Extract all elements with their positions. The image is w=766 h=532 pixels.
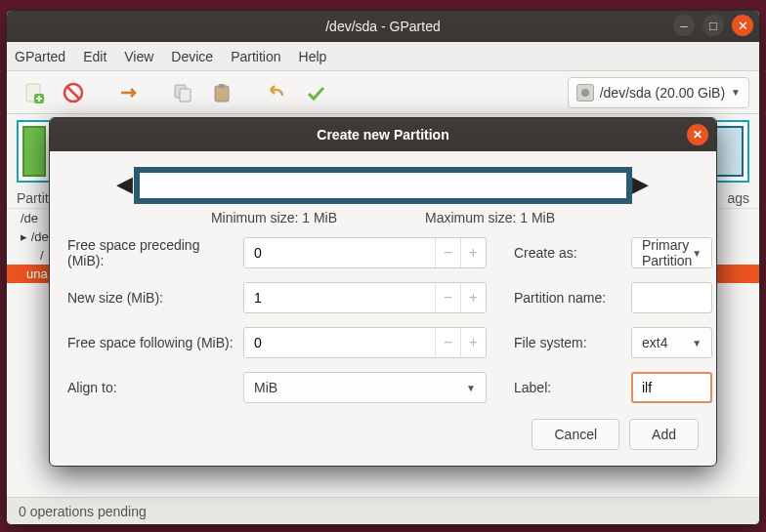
dialog-title: Create new Partition <box>317 127 448 143</box>
titlebar: /dev/sda - GParted – □ ✕ <box>7 11 759 42</box>
document-new-icon <box>23 82 45 103</box>
add-button[interactable]: Add <box>629 419 699 450</box>
label-label: Label: <box>514 380 621 395</box>
new-size-input[interactable]: − + <box>243 282 487 313</box>
undo-icon <box>266 82 287 103</box>
maximize-button[interactable]: □ <box>702 15 724 36</box>
copy-button[interactable] <box>165 75 200 110</box>
minus-icon[interactable]: − <box>435 328 460 357</box>
minimize-button[interactable]: – <box>673 15 695 36</box>
minus-icon[interactable]: − <box>435 283 460 312</box>
chevron-down-icon: ▼ <box>731 87 741 98</box>
menu-help[interactable]: Help <box>299 49 327 64</box>
new-size-label: New size (MiB): <box>67 290 234 306</box>
arrow-right-icon[interactable]: ▶ <box>632 172 650 199</box>
svg-line-3 <box>67 87 79 99</box>
resize-icon <box>117 82 139 103</box>
slider-track[interactable] <box>134 167 632 204</box>
check-icon <box>305 82 326 103</box>
create-as-value: Primary Partition <box>642 237 692 268</box>
menu-edit[interactable]: Edit <box>83 49 106 64</box>
svg-rect-7 <box>219 84 225 88</box>
new-size-value[interactable] <box>244 283 435 312</box>
disk-icon <box>576 84 594 102</box>
free-after-input[interactable]: − + <box>243 327 487 358</box>
size-limits: Minimum size: 1 MiB Maximum size: 1 MiB <box>67 210 699 225</box>
minus-icon[interactable]: − <box>435 238 460 267</box>
chevron-down-icon: ▼ <box>466 383 476 393</box>
create-as-select[interactable]: Primary Partition ▼ <box>631 237 712 268</box>
new-partition-button[interactable] <box>17 75 52 110</box>
svg-point-8 <box>581 89 589 97</box>
create-partition-dialog: Create new Partition ✕ ◀ ▶ Minimum size:… <box>49 117 717 467</box>
copy-icon <box>172 82 193 103</box>
plus-icon[interactable]: + <box>460 238 486 267</box>
close-button[interactable]: ✕ <box>732 15 753 36</box>
device-selector[interactable]: /dev/sda (20.00 GiB) ▼ <box>568 77 749 108</box>
align-to-value: MiB <box>254 380 277 395</box>
menu-device[interactable]: Device <box>171 49 213 64</box>
undo-button[interactable] <box>259 75 294 110</box>
dialog-close-button[interactable]: ✕ <box>687 124 708 145</box>
free-before-input[interactable]: − + <box>243 237 487 268</box>
toolbar: /dev/sda (20.00 GiB) ▼ <box>7 71 759 114</box>
free-after-label: Free space following (MiB): <box>67 335 234 350</box>
delete-button[interactable] <box>56 75 91 110</box>
status-text: 0 operations pending <box>19 504 147 519</box>
no-entry-icon <box>63 82 84 103</box>
create-as-label: Create as: <box>514 245 621 261</box>
window-controls: – □ ✕ <box>673 15 753 36</box>
file-system-label: File system: <box>514 335 621 350</box>
free-after-value[interactable] <box>244 328 435 357</box>
partition-name-input[interactable] <box>631 282 712 313</box>
maximum-size-label: Maximum size: 1 MiB <box>425 210 555 225</box>
free-before-label: Free space preceding (MiB): <box>67 237 234 268</box>
menu-gparted[interactable]: GParted <box>15 49 65 64</box>
arrow-left-icon[interactable]: ◀ <box>116 172 134 199</box>
paste-button[interactable] <box>204 75 239 110</box>
align-to-label: Align to: <box>67 380 234 395</box>
partition-name-label: Partition name: <box>514 290 621 306</box>
file-system-select[interactable]: ext4 ▼ <box>631 327 712 358</box>
free-before-value[interactable] <box>244 238 435 267</box>
window-title: /dev/sda - GParted <box>325 19 441 34</box>
device-selector-label: /dev/sda (20.00 GiB) <box>600 85 725 101</box>
menu-partition[interactable]: Partition <box>231 49 280 64</box>
minimum-size-label: Minimum size: 1 MiB <box>211 210 337 225</box>
chevron-down-icon: ▼ <box>692 338 702 348</box>
label-input[interactable] <box>631 372 712 403</box>
dialog-titlebar: Create new Partition ✕ <box>50 118 716 151</box>
plus-icon[interactable]: + <box>460 283 486 312</box>
partition-size-slider[interactable]: ◀ ▶ <box>116 167 650 204</box>
resize-move-button[interactable] <box>110 75 146 110</box>
menu-view[interactable]: View <box>124 49 153 64</box>
column-flags: ags <box>727 190 749 206</box>
cancel-button[interactable]: Cancel <box>532 419 619 450</box>
paste-icon <box>211 82 233 103</box>
align-to-select[interactable]: MiB ▼ <box>243 372 487 403</box>
menubar: GParted Edit View Device Partition Help <box>7 42 759 71</box>
chevron-down-icon: ▼ <box>692 248 702 259</box>
svg-rect-6 <box>215 86 229 102</box>
svg-rect-5 <box>180 89 191 102</box>
partition-segment[interactable] <box>22 126 46 177</box>
file-system-value: ext4 <box>642 335 667 350</box>
statusbar: 0 operations pending <box>7 497 759 524</box>
column-partition: Partit <box>17 190 49 206</box>
plus-icon[interactable]: + <box>460 328 486 357</box>
apply-button[interactable] <box>298 75 333 110</box>
